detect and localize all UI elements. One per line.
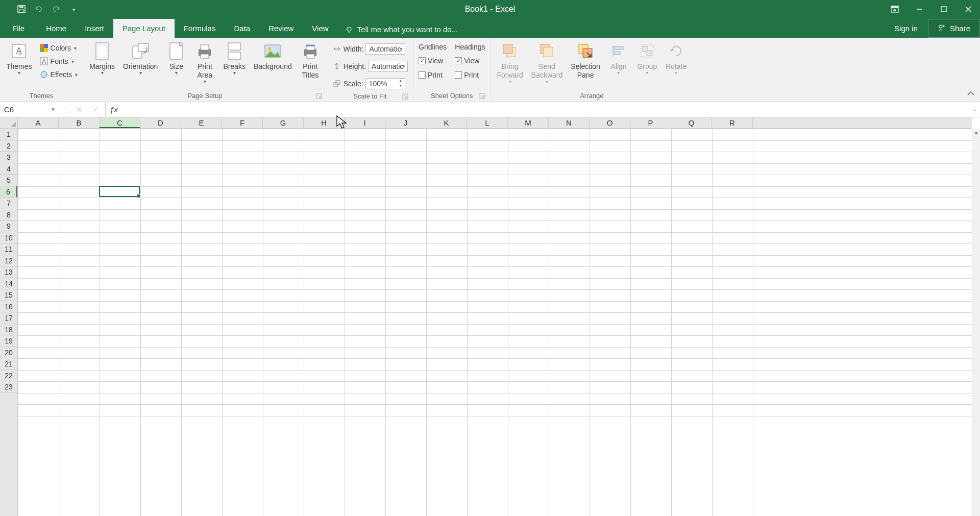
print-area-button[interactable]: Print Area▾ — [191, 40, 218, 86]
tab-home[interactable]: Home — [37, 19, 76, 38]
enter-formula-icon[interactable]: ✓ — [89, 105, 102, 114]
row-header[interactable]: 22 — [0, 370, 17, 382]
page-setup-launcher-icon[interactable] — [315, 93, 323, 100]
print-titles-button[interactable]: Print Titles — [297, 40, 324, 82]
undo-icon[interactable] — [34, 4, 44, 14]
row-header[interactable]: 9 — [0, 220, 17, 232]
row-header[interactable]: 20 — [0, 347, 17, 359]
gridlines-print-checkbox[interactable]: Print — [416, 69, 449, 81]
row-header[interactable]: 2 — [0, 140, 17, 152]
row-header[interactable]: 4 — [0, 163, 17, 175]
fonts-button[interactable]: A Fonts▾ — [37, 55, 80, 67]
tab-page-layout[interactable]: Page Layout — [113, 19, 175, 38]
send-backward-button[interactable]: Send Backward▾ — [528, 40, 566, 86]
effects-button[interactable]: Effects▾ — [37, 68, 80, 81]
row-header[interactable]: 5 — [0, 175, 17, 186]
column-header[interactable]: L — [467, 117, 508, 128]
row-header[interactable]: 1 — [0, 129, 17, 140]
row-header[interactable]: 17 — [0, 312, 17, 324]
breaks-button[interactable]: Breaks▾ — [220, 40, 249, 78]
row-header[interactable]: 6 — [0, 186, 17, 198]
share-button[interactable]: Share — [928, 19, 980, 38]
column-header[interactable]: F — [222, 117, 263, 128]
headings-print-checkbox[interactable]: Print — [453, 69, 487, 81]
row-header[interactable]: 14 — [0, 278, 17, 290]
row-header[interactable]: 18 — [0, 324, 17, 336]
column-header[interactable]: J — [385, 117, 426, 128]
save-icon[interactable] — [16, 4, 27, 14]
spin-down-icon[interactable]: ▼ — [398, 84, 404, 89]
group-button[interactable]: Group▾ — [634, 40, 660, 78]
row-header[interactable]: 19 — [0, 335, 17, 347]
row-header[interactable]: 10 — [0, 232, 17, 244]
row-header[interactable]: 23 — [0, 381, 17, 393]
tab-view[interactable]: View — [303, 19, 337, 38]
tab-file[interactable]: File — [0, 19, 37, 38]
size-button[interactable]: Size▾ — [163, 40, 189, 78]
select-all-button[interactable] — [0, 117, 18, 129]
width-select[interactable]: Automatic▾ — [365, 43, 405, 55]
column-header[interactable]: N — [549, 117, 590, 128]
column-header[interactable]: O — [590, 117, 630, 128]
align-button[interactable]: Align▾ — [605, 40, 632, 78]
tab-review[interactable]: Review — [259, 19, 303, 38]
scroll-up-icon[interactable]: ▲ — [972, 129, 980, 137]
column-header[interactable]: A — [18, 117, 59, 128]
row-header[interactable]: 3 — [0, 152, 17, 163]
margins-button[interactable]: Margins▾ — [86, 40, 118, 78]
tab-formulas[interactable]: Formulas — [175, 19, 225, 38]
formula-input[interactable] — [122, 102, 969, 117]
column-header[interactable]: E — [181, 117, 222, 128]
sign-in-link[interactable]: Sign in — [884, 19, 928, 38]
column-header[interactable]: C — [100, 117, 140, 128]
sheet-options-launcher-icon[interactable] — [479, 93, 486, 100]
maximize-icon[interactable] — [932, 0, 955, 18]
bring-forward-button[interactable]: Bring Forward▾ — [494, 40, 526, 86]
row-header[interactable]: 7 — [0, 198, 17, 209]
column-header[interactable]: D — [140, 117, 181, 128]
background-button[interactable]: Background — [251, 40, 295, 73]
qat-customize-icon[interactable]: ▾ — [68, 4, 79, 14]
tab-insert[interactable]: Insert — [76, 19, 113, 38]
orientation-button[interactable]: Orientation▾ — [120, 40, 161, 78]
column-header[interactable]: M — [508, 117, 549, 128]
column-header[interactable]: R — [712, 117, 753, 128]
tab-data[interactable]: Data — [225, 19, 259, 38]
close-icon[interactable] — [957, 0, 980, 18]
height-select[interactable]: Automatic▾ — [368, 61, 408, 72]
rotate-button[interactable]: Rotate▾ — [663, 40, 690, 78]
row-header[interactable]: 16 — [0, 301, 17, 313]
vertical-scrollbar[interactable]: ▲ — [972, 129, 980, 516]
row-header[interactable]: 13 — [0, 266, 17, 278]
column-header[interactable]: Q — [671, 117, 712, 128]
themes-button[interactable]: Aa Themes ▾ — [3, 40, 35, 78]
cancel-formula-icon[interactable]: ✕ — [72, 105, 86, 114]
column-header[interactable]: H — [304, 117, 345, 128]
collapse-ribbon-icon[interactable] — [967, 90, 975, 99]
column-header[interactable]: G — [263, 117, 304, 128]
scale-launcher-icon[interactable] — [402, 93, 409, 101]
column-header[interactable]: P — [630, 117, 671, 128]
column-header[interactable]: I — [345, 117, 385, 128]
scale-input[interactable]: 100% ▲▼ — [365, 78, 405, 89]
gridlines-view-checkbox[interactable]: ✓View — [416, 55, 449, 66]
spin-up-icon[interactable]: ▲ — [398, 79, 404, 84]
minimize-icon[interactable] — [908, 0, 931, 18]
row-header[interactable]: 8 — [0, 209, 17, 221]
name-box[interactable]: C6 ▼ — [0, 102, 60, 117]
row-header[interactable]: 21 — [0, 358, 17, 370]
column-header[interactable]: K — [426, 117, 467, 128]
row-header[interactable]: 11 — [0, 243, 17, 255]
column-header[interactable]: B — [59, 117, 100, 128]
cells-area[interactable] — [18, 129, 972, 516]
fx-icon[interactable]: ƒx — [106, 102, 122, 117]
selection-pane-button[interactable]: Selection Pane — [568, 40, 603, 82]
headings-view-checkbox[interactable]: ✓View — [453, 55, 487, 66]
row-header[interactable]: 12 — [0, 255, 17, 267]
colors-button[interactable]: Colors▾ — [37, 42, 80, 54]
expand-formula-bar-icon[interactable]: ⌄ — [969, 102, 980, 117]
row-header[interactable]: 15 — [0, 289, 17, 301]
redo-icon[interactable] — [51, 4, 61, 14]
tell-me-search[interactable]: Tell me what you want to do... — [338, 21, 465, 38]
ribbon-display-options-icon[interactable] — [883, 0, 906, 18]
